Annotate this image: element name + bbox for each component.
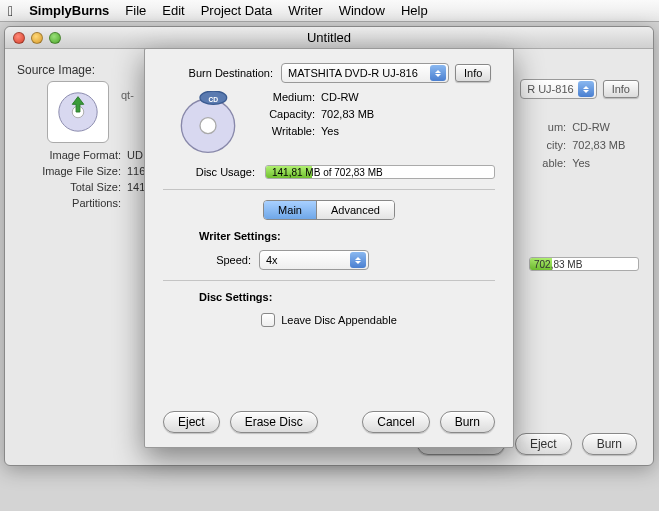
writer-settings-label: Writer Settings: — [199, 230, 495, 242]
medium-value: CD-RW — [321, 91, 359, 103]
menu-help[interactable]: Help — [401, 3, 428, 18]
menubar:  SimplyBurns File Edit Project Data Wri… — [0, 0, 659, 22]
menu-edit[interactable]: Edit — [162, 3, 184, 18]
tab-control: Main Advanced — [263, 200, 395, 220]
source-file-field[interactable]: qt- — [121, 89, 134, 101]
speed-label: Speed: — [199, 254, 251, 266]
speed-select[interactable]: 4x — [259, 250, 369, 270]
bg-capacity-label: city: — [520, 139, 566, 151]
disc-usage-label: Disc Usage: — [163, 166, 255, 178]
menu-project-data[interactable]: Project Data — [201, 3, 273, 18]
bg-writable-label: able: — [520, 157, 566, 169]
bg-capacity-value: 702,83 MB — [572, 139, 625, 151]
source-image-label: Source Image: — [17, 59, 105, 77]
burn-destination-label: Burn Destination: — [163, 67, 273, 79]
burn-destination-select[interactable]: MATSHITA DVD-R UJ-816 — [281, 63, 449, 83]
disc-settings-label: Disc Settings: — [199, 291, 495, 303]
image-file-size-label: Image File Size: — [17, 165, 121, 177]
bg-medium-label: um: — [520, 121, 566, 133]
cancel-button[interactable]: Cancel — [362, 411, 429, 433]
burn-dialog: Burn Destination: MATSHITA DVD-R UJ-816 … — [144, 48, 514, 448]
capacity-label: Capacity: — [253, 108, 315, 120]
writable-label: Writable: — [253, 125, 315, 137]
tab-main[interactable]: Main — [264, 201, 316, 219]
appendable-label[interactable]: Leave Disc Appendable — [281, 314, 397, 326]
image-format-label: Image Format: — [17, 149, 121, 161]
source-image-icon[interactable] — [47, 81, 109, 143]
svg-point-3 — [200, 118, 216, 134]
app-menu[interactable]: SimplyBurns — [29, 3, 109, 18]
svg-text:CD: CD — [209, 96, 219, 103]
medium-label: Medium: — [253, 91, 315, 103]
titlebar[interactable]: Untitled — [5, 27, 653, 49]
info-button[interactable]: Info — [455, 64, 491, 82]
tab-advanced[interactable]: Advanced — [316, 201, 394, 219]
erase-disc-button[interactable]: Erase Disc — [230, 411, 318, 433]
bg-info-button[interactable]: Info — [603, 80, 639, 98]
main-burn-button[interactable]: Burn — [582, 433, 637, 455]
disc-usage-text: 141,81 MB of 702,83 MB — [272, 166, 383, 179]
bg-destination-select[interactable]: R UJ-816 — [520, 79, 596, 99]
menu-window[interactable]: Window — [339, 3, 385, 18]
partitions-label: Partitions: — [17, 197, 121, 209]
writable-value: Yes — [321, 125, 339, 137]
apple-menu-icon[interactable]:  — [8, 3, 13, 19]
window-title: Untitled — [5, 30, 653, 45]
bg-usage-text: 702,83 MB — [534, 259, 582, 270]
total-size-label: Total Size: — [17, 181, 121, 193]
menu-writer[interactable]: Writer — [288, 3, 322, 18]
bg-writable-value: Yes — [572, 157, 590, 169]
disc-usage-bar: 141,81 MB of 702,83 MB — [265, 165, 495, 179]
bg-destination-panel: R UJ-816 Info um:CD-RW city:702,83 MB ab… — [520, 79, 639, 175]
menu-file[interactable]: File — [125, 3, 146, 18]
main-eject-button[interactable]: Eject — [515, 433, 572, 455]
bg-usage-bar: 702,83 MB — [529, 257, 639, 271]
bg-medium-value: CD-RW — [572, 121, 610, 133]
eject-button[interactable]: Eject — [163, 411, 220, 433]
disc-icon: CD — [176, 91, 240, 155]
burn-button[interactable]: Burn — [440, 411, 495, 433]
capacity-value: 702,83 MB — [321, 108, 374, 120]
appendable-checkbox[interactable] — [261, 313, 275, 327]
